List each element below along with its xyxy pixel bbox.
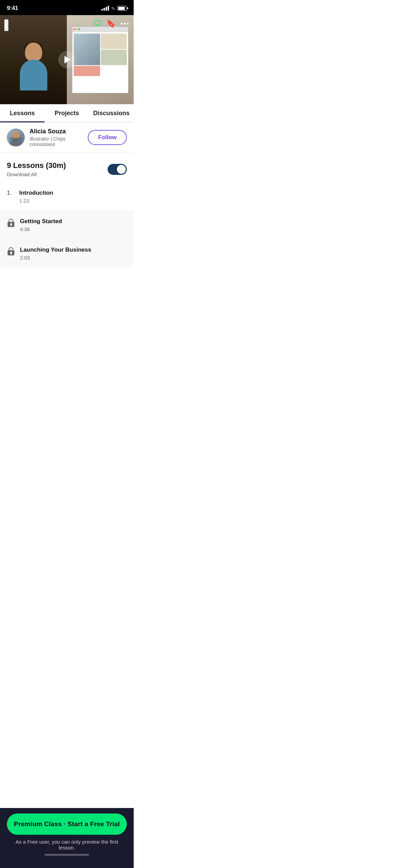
bottom-spacer [0,268,134,323]
video-area: ‹ 🔖 ••• [0,15,134,104]
lock-icon [7,247,15,256]
wifi-icon: ∿ [111,5,115,11]
signal-bars-icon [101,6,109,11]
lesson-info: Getting Started 4:36 [20,218,127,232]
instructor-row: Alicia Souza Illustrator | Chips connois… [0,122,134,153]
video-right-panel [67,15,134,104]
airplay-icon[interactable] [94,19,101,28]
battery-icon [117,6,127,11]
lesson-item[interactable]: Getting Started 4:36 [0,211,134,239]
follow-button[interactable]: Follow [88,130,127,145]
lesson-name: Launching Your Business [20,246,127,253]
video-left-panel [0,15,67,104]
download-all-label: Download All [7,171,66,177]
person-head [25,43,42,61]
toggle-knob [117,165,126,174]
lessons-header: 9 Lessons (30m) Download All [0,153,134,180]
instructor-info: Alicia Souza Illustrator | Chips connois… [29,128,88,147]
instructor-bio: Illustrator | Chips connoisseur [29,136,88,147]
play-triangle-icon [64,56,71,63]
status-icons: ∿ [101,5,127,11]
status-time: 9:41 [7,5,18,12]
avatar [7,129,25,146]
lock-icon [7,219,15,228]
lesson-info: Introduction 1:23 [19,190,127,204]
lessons-count-title: 9 Lessons (30m) [7,161,66,170]
bookmark-icon[interactable]: 🔖 [106,19,116,28]
lesson-duration: 4:36 [20,226,127,232]
person-body [20,60,47,91]
back-button[interactable]: ‹ [4,19,9,31]
lesson-list: 1. Introduction 1:23 Getting Started 4:3… [0,183,134,267]
laptop-inner [72,26,129,93]
video-controls: 🔖 ••• [94,19,130,28]
lesson-name: Introduction [19,190,127,196]
tab-projects[interactable]: Projects [45,104,89,122]
lesson-info: Launching Your Business 2:03 [20,246,127,261]
download-toggle[interactable] [108,164,127,175]
lesson-item[interactable]: 1. Introduction 1:23 [0,183,134,210]
tab-bar: Lessons Projects Discussions [0,104,134,122]
laptop-screen [67,15,134,104]
video-person-bg [0,15,67,104]
lesson-name: Getting Started [20,218,127,225]
status-bar: 9:41 ∿ [0,0,134,15]
lesson-item[interactable]: Launching Your Business 2:03 [0,240,134,267]
lesson-number: 1. [7,190,19,196]
tab-lessons[interactable]: Lessons [0,104,45,122]
person-figure [13,36,54,104]
lesson-duration: 2:03 [20,255,127,261]
more-options-icon[interactable]: ••• [120,20,130,28]
instructor-name: Alicia Souza [29,128,88,135]
tab-discussions[interactable]: Discussions [89,104,134,122]
laptop-content [72,32,129,93]
svg-rect-0 [95,21,101,25]
lesson-duration: 1:23 [19,198,127,204]
play-button[interactable] [58,51,75,68]
